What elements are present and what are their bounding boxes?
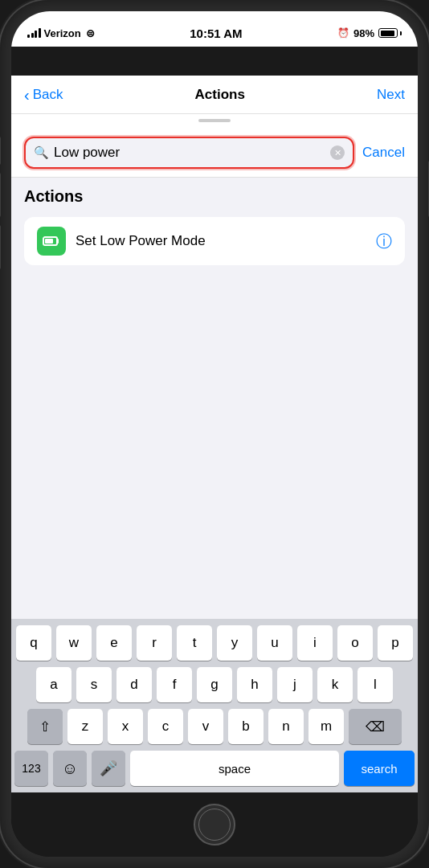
alarm-icon: ⏰	[337, 27, 349, 39]
home-button[interactable]	[194, 804, 235, 845]
navigation-bar: ‹ Back Actions Next	[11, 76, 418, 114]
key-j[interactable]: j	[277, 667, 313, 702]
back-chevron-icon: ‹	[24, 87, 30, 103]
mic-key[interactable]: 🎤	[92, 751, 125, 786]
search-key[interactable]: search	[344, 751, 415, 786]
space-key[interactable]: space	[130, 751, 339, 786]
action-label: Set Low Power Mode	[76, 233, 366, 249]
key-k[interactable]: k	[317, 667, 353, 702]
key-x[interactable]: x	[108, 709, 143, 744]
battery-icon	[378, 28, 402, 38]
key-g[interactable]: g	[197, 667, 232, 702]
action-list: Set Low Power Mode ⓘ	[24, 217, 405, 265]
page-title: Actions	[195, 87, 245, 103]
key-i[interactable]: i	[297, 625, 333, 661]
key-y[interactable]: y	[217, 625, 252, 661]
keyboard-row-2: a s d f g h j k l	[14, 667, 415, 702]
keyboard[interactable]: q w e r t y u i o p a s	[11, 619, 418, 792]
time-label: 10:51 AM	[190, 27, 242, 40]
actions-section-header: Actions	[11, 178, 418, 211]
content-area: 🔍 ✕ Cancel Actions	[11, 129, 418, 792]
key-c[interactable]: c	[148, 709, 183, 744]
clear-search-button[interactable]: ✕	[330, 145, 345, 160]
phone-screen-area: Verizon ⊜ 10:51 AM ⏰ 98% ‹	[11, 11, 418, 857]
emoji-key[interactable]: ☺	[53, 751, 87, 786]
shift-key[interactable]: ⇧	[27, 709, 63, 744]
key-n[interactable]: n	[268, 709, 304, 744]
key-s[interactable]: s	[76, 667, 112, 702]
home-area	[11, 792, 418, 857]
key-w[interactable]: w	[56, 625, 92, 661]
home-button-ring	[198, 809, 231, 841]
key-l[interactable]: l	[358, 667, 393, 702]
search-area: 🔍 ✕ Cancel	[11, 129, 418, 178]
key-q[interactable]: q	[16, 625, 51, 661]
info-button[interactable]: ⓘ	[376, 231, 392, 252]
key-d[interactable]: d	[116, 667, 152, 702]
key-v[interactable]: v	[188, 709, 223, 744]
delete-key[interactable]: ⌫	[349, 709, 402, 744]
keyboard-row-3: ⇧ z x c v b n m ⌫	[14, 709, 415, 744]
volume-up-button	[0, 173, 1, 217]
back-button[interactable]: ‹ Back	[24, 87, 63, 103]
list-item[interactable]: Set Low Power Mode ⓘ	[24, 217, 405, 265]
sheet-handle-area	[11, 114, 418, 129]
key-a[interactable]: a	[36, 667, 72, 702]
key-h[interactable]: h	[237, 667, 272, 702]
key-p[interactable]: p	[378, 625, 413, 661]
keyboard-bottom-row: 123 ☺ 🎤 space search	[14, 751, 415, 786]
mute-button	[0, 137, 1, 165]
key-b[interactable]: b	[228, 709, 264, 744]
signal-icon	[27, 28, 41, 38]
screen-content: ‹ Back Actions Next 🔍 ✕	[11, 76, 418, 792]
status-bar: Verizon ⊜ 10:51 AM ⏰ 98%	[11, 11, 418, 47]
status-right: ⏰ 98%	[337, 27, 402, 39]
search-input-container[interactable]: 🔍 ✕	[24, 137, 354, 169]
back-label: Back	[33, 87, 63, 103]
search-bar-wrapper: 🔍 ✕	[24, 137, 354, 169]
search-input[interactable]	[54, 145, 330, 161]
content-spacer	[11, 272, 418, 619]
key-z[interactable]: z	[67, 709, 103, 744]
key-e[interactable]: e	[96, 625, 132, 661]
drag-handle	[198, 119, 231, 122]
keyboard-row-1: q w e r t y u i o p	[14, 625, 415, 661]
key-m[interactable]: m	[308, 709, 344, 744]
key-o[interactable]: o	[337, 625, 373, 661]
next-button[interactable]: Next	[377, 87, 405, 103]
cancel-button[interactable]: Cancel	[362, 145, 405, 161]
status-left: Verizon ⊜	[27, 27, 95, 39]
key-u[interactable]: u	[257, 625, 292, 661]
key-f[interactable]: f	[157, 667, 192, 702]
key-r[interactable]: r	[137, 625, 172, 661]
svg-rect-1	[45, 239, 53, 244]
key-t[interactable]: t	[177, 625, 212, 661]
numbers-key[interactable]: 123	[14, 751, 48, 786]
search-icon: 🔍	[34, 145, 49, 160]
carrier-label: Verizon	[44, 27, 81, 39]
phone-frame: Verizon ⊜ 10:51 AM ⏰ 98% ‹	[0, 0, 429, 868]
volume-down-button	[0, 225, 1, 269]
battery-percent: 98%	[353, 27, 374, 39]
action-icon-battery	[37, 227, 66, 256]
actions-section-title: Actions	[24, 187, 405, 206]
wifi-icon: ⊜	[86, 27, 95, 39]
